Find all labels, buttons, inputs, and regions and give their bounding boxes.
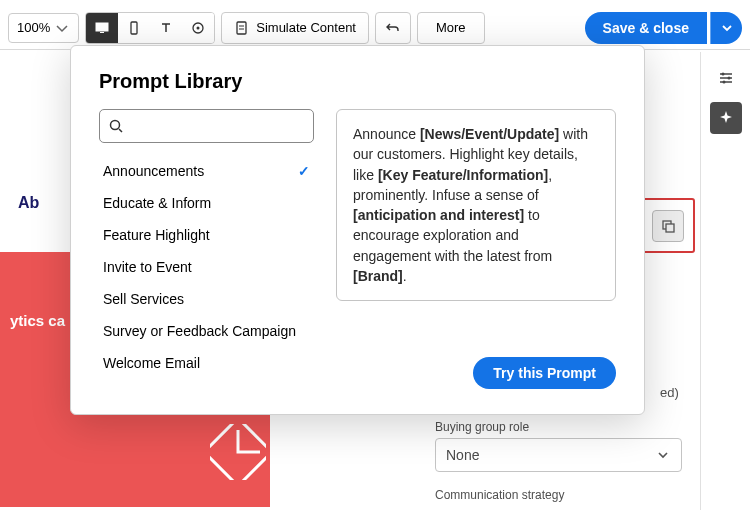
prompt-item-label: Invite to Event (103, 259, 192, 275)
sliders-icon (717, 69, 735, 87)
modal-title: Prompt Library (99, 70, 616, 93)
sparkle-icon (717, 109, 735, 127)
ai-rail-button[interactable] (710, 102, 742, 134)
modal-right-column: Announce [News/Event/Update] with our cu… (336, 109, 616, 389)
prompt-search-wrap (99, 109, 314, 143)
chevron-down-icon (719, 20, 735, 36)
try-prompt-button[interactable]: Try this Prompt (473, 357, 616, 389)
prompt-item[interactable]: Invite to Event (99, 251, 314, 283)
properties-form: Buying group role None Communication str… (435, 420, 682, 506)
zoom-value: 100% (17, 20, 50, 35)
undo-button[interactable] (375, 12, 411, 44)
zoom-dropdown[interactable]: 100% (8, 13, 79, 43)
top-toolbar: 100% Simulate Content More Save & close (0, 6, 750, 50)
copy-icon (660, 218, 676, 234)
preview-token: [anticipation and interest] (353, 207, 524, 223)
chevron-down-icon (54, 20, 70, 36)
prompt-item-label: Survey or Feedback Campaign (103, 323, 296, 339)
modal-left-column: Announcements✓Educate & InformFeature Hi… (99, 109, 314, 389)
preview-text: . (403, 268, 407, 284)
document-icon (234, 20, 250, 36)
simulate-content-button[interactable]: Simulate Content (221, 12, 369, 44)
mobile-view-button[interactable] (118, 13, 150, 43)
right-rail (700, 52, 750, 510)
search-icon (108, 118, 124, 134)
simulate-label: Simulate Content (256, 20, 356, 35)
decorative-geometric-icon (210, 424, 266, 480)
preview-token: [News/Event/Update] (420, 126, 559, 142)
comm-strategy-label: Communication strategy (435, 488, 682, 502)
svg-point-12 (111, 121, 120, 130)
prompt-item-label: Announcements (103, 163, 204, 179)
prompt-library-modal: Prompt Library Announcements✓Educate & I… (70, 45, 645, 415)
buying-group-select[interactable]: None (435, 438, 682, 472)
preview-token: [Brand] (353, 268, 403, 284)
copy-button[interactable] (652, 210, 684, 242)
prompt-item[interactable]: Announcements✓ (99, 155, 314, 187)
svg-point-9 (722, 81, 725, 84)
prompt-item-label: Welcome Email (103, 355, 200, 371)
prompt-item-label: Feature Highlight (103, 227, 210, 243)
prompt-list: Announcements✓Educate & InformFeature Hi… (99, 155, 314, 389)
red-block-text: ytics ca (10, 312, 65, 329)
desktop-icon (94, 20, 110, 36)
check-icon: ✓ (298, 163, 310, 179)
svg-point-8 (727, 77, 730, 80)
prompt-item-label: Sell Services (103, 291, 184, 307)
buying-group-value: None (446, 447, 479, 463)
preview-text: Announce (353, 126, 420, 142)
undo-icon (385, 20, 401, 36)
prompt-item[interactable]: Survey or Feedback Campaign (99, 315, 314, 347)
svg-rect-2 (131, 22, 137, 34)
prompt-item[interactable]: Sell Services (99, 283, 314, 315)
device-toggle-group (85, 12, 215, 44)
text-fragment-ed: ed) (660, 385, 679, 400)
svg-rect-0 (96, 23, 108, 31)
svg-point-4 (197, 26, 200, 29)
prompt-item[interactable]: Feature Highlight (99, 219, 314, 251)
mobile-icon (126, 20, 142, 36)
text-view-button[interactable] (150, 13, 182, 43)
save-close-dropdown[interactable] (710, 12, 742, 44)
svg-point-7 (721, 73, 724, 76)
prompt-preview: Announce [News/Event/Update] with our cu… (336, 109, 616, 301)
target-icon (190, 20, 206, 36)
desktop-view-button[interactable] (86, 13, 118, 43)
buying-group-label: Buying group role (435, 420, 682, 434)
prompt-item-label: Educate & Inform (103, 195, 211, 211)
text-icon (158, 20, 174, 36)
more-button[interactable]: More (417, 12, 485, 44)
prompt-search-input[interactable] (130, 118, 305, 134)
preview-token: [Key Feature/Information] (378, 167, 548, 183)
highlighted-toolbar-button-callout (640, 198, 695, 253)
save-close-button[interactable]: Save & close (585, 12, 707, 44)
prompt-item[interactable]: Welcome Email (99, 347, 314, 379)
settings-rail-button[interactable] (710, 62, 742, 94)
prompt-item[interactable]: Educate & Inform (99, 187, 314, 219)
svg-rect-11 (666, 224, 674, 232)
chevron-down-icon (655, 447, 671, 463)
svg-rect-5 (237, 22, 246, 34)
preview-view-button[interactable] (182, 13, 214, 43)
heading-fragment: Ab (18, 194, 39, 212)
svg-rect-1 (100, 32, 104, 33)
